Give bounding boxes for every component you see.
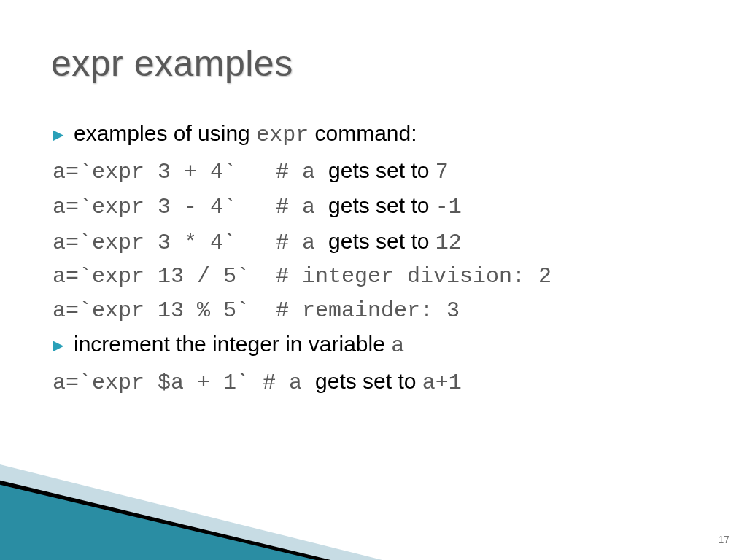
code-line: a=`expr 3 - 4` # a gets set to -1: [53, 189, 709, 225]
bullet-item: ▶ examples of using expr command:: [53, 117, 709, 152]
code: a=`expr 3 * 4` # a: [53, 230, 328, 255]
page-number: 17: [718, 534, 729, 545]
code: a=`expr 3 + 4` # a: [53, 160, 328, 184]
code-inline: expr: [256, 122, 309, 147]
slide-body: ▶ examples of using expr command: a=`exp…: [53, 117, 709, 400]
code-inline: a: [391, 333, 404, 358]
text: gets set to: [315, 369, 422, 393]
code-line: a=`expr 13 / 5` # integer division: 2: [53, 260, 709, 294]
bullet-icon: ▶: [53, 334, 63, 357]
code: 7: [436, 160, 449, 184]
bullet-text: increment the integer in variable a: [74, 327, 404, 363]
text: gets set to: [328, 229, 436, 253]
decorative-triangle: [0, 481, 328, 560]
code-line: a=`expr 3 + 4` # a gets set to 7: [53, 154, 709, 190]
text: increment the integer in variable: [74, 332, 391, 356]
bullet-icon: ▶: [53, 123, 63, 146]
bullet-text: examples of using expr command:: [74, 117, 417, 152]
code: a=`expr 13 / 5` # integer division: 2: [53, 264, 551, 289]
code: a=`expr 13 % 5` # remainder: 3: [53, 298, 460, 323]
code: a+1: [422, 370, 462, 395]
code-line: a=`expr 3 * 4` # a gets set to 12: [53, 225, 709, 260]
bullet-item: ▶ increment the integer in variable a: [53, 327, 709, 363]
code: -1: [436, 195, 462, 219]
text: gets set to: [328, 158, 436, 182]
code-line: a=`expr $a + 1` # a gets set to a+1: [53, 365, 709, 400]
code: a=`expr 3 - 4` # a: [53, 195, 328, 219]
code-line: a=`expr 13 % 5` # remainder: 3: [53, 294, 709, 328]
slide-title: expr examples: [51, 42, 293, 85]
code: 12: [436, 230, 462, 255]
slide: expr examples ▶ examples of using expr c…: [0, 0, 747, 560]
code: a=`expr $a + 1` # a: [53, 370, 315, 395]
text: gets set to: [328, 193, 436, 217]
text: command:: [309, 121, 417, 145]
text: examples of using: [74, 121, 256, 145]
